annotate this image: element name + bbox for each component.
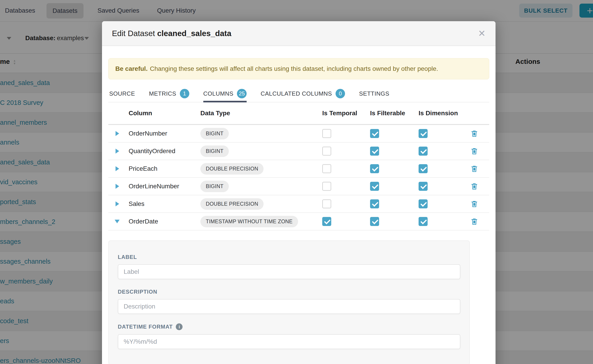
modal-title-prefix: Edit Dataset	[112, 29, 157, 38]
expand-caret-icon[interactable]	[116, 149, 119, 154]
label-input[interactable]	[118, 264, 460, 279]
is-filterable-header: Is Filterable	[370, 110, 419, 117]
data-type-pill: DOUBLE PRECISION	[200, 198, 264, 210]
is-filterable-checkbox[interactable]	[370, 199, 379, 208]
column-row-expanded: OrderDate TIMESTAMP WITHOUT TIME ZONE	[108, 213, 489, 230]
column-name: OrderDate	[129, 218, 200, 225]
datetime-format-field-label: DATETIME FORMAT i	[118, 323, 460, 330]
is-temporal-checkbox[interactable]	[322, 164, 331, 173]
tab-columns[interactable]: COLUMNS25	[203, 85, 247, 102]
is-dimension-checkbox[interactable]	[419, 217, 428, 226]
column-row: OrderNumber BIGINT	[108, 125, 489, 143]
is-temporal-checkbox[interactable]	[322, 217, 331, 226]
count-badge: 25	[237, 89, 247, 98]
tab-label: CALCULATED COLUMNS	[261, 90, 332, 97]
is-temporal-header: Is Temporal	[322, 110, 370, 117]
columns-table-header: Column Data Type Is Temporal Is Filterab…	[108, 102, 489, 125]
delete-column-icon[interactable]	[470, 130, 489, 137]
is-filterable-checkbox[interactable]	[370, 164, 379, 173]
column-name: OrderNumber	[129, 130, 200, 137]
column-name: PriceEach	[129, 165, 200, 172]
modal-body: Be careful. Changing these settings will…	[102, 46, 495, 364]
is-dimension-checkbox[interactable]	[419, 129, 428, 138]
datetime-format-label-text: DATETIME FORMAT	[118, 324, 173, 330]
delete-column-icon[interactable]	[470, 200, 489, 208]
modal-tabs: SOURCE METRICS1 COLUMNS25 CALCULATED COL…	[108, 85, 489, 102]
data-type-pill: BIGINT	[200, 128, 229, 139]
tab-label: COLUMNS	[203, 90, 234, 97]
is-dimension-checkbox[interactable]	[419, 164, 428, 173]
warning-text: Changing these settings will affect all …	[150, 65, 438, 72]
expand-caret-icon[interactable]	[116, 131, 119, 136]
datetime-format-field: DATETIME FORMAT i	[118, 323, 460, 349]
is-temporal-checkbox[interactable]	[322, 182, 331, 191]
column-header: Column	[129, 110, 200, 117]
is-filterable-checkbox[interactable]	[370, 147, 379, 156]
is-temporal-checkbox[interactable]	[322, 199, 331, 208]
description-input[interactable]	[118, 299, 460, 314]
is-dimension-checkbox[interactable]	[419, 199, 428, 208]
description-field-label: DESCRIPTION	[118, 289, 460, 295]
tab-label: METRICS	[149, 90, 176, 97]
is-temporal-checkbox[interactable]	[322, 147, 331, 156]
warning-bold-text: Be careful.	[115, 65, 148, 72]
data-type-pill: TIMESTAMP WITHOUT TIME ZONE	[200, 216, 298, 227]
edit-dataset-modal: Edit Dataset cleaned_sales_data ✕ Be car…	[102, 21, 495, 364]
is-filterable-checkbox[interactable]	[370, 217, 379, 226]
is-temporal-checkbox[interactable]	[322, 129, 331, 138]
info-icon[interactable]: i	[176, 323, 183, 330]
count-badge: 1	[180, 89, 189, 98]
delete-column-icon[interactable]	[470, 217, 489, 226]
modal-header: Edit Dataset cleaned_sales_data ✕	[102, 21, 495, 46]
tab-label: SOURCE	[109, 90, 135, 97]
delete-column-icon[interactable]	[470, 182, 489, 190]
count-badge: 0	[336, 89, 345, 98]
tab-source[interactable]: SOURCE	[109, 85, 135, 102]
column-row: PriceEach DOUBLE PRECISION	[108, 160, 489, 178]
description-field: DESCRIPTION	[118, 289, 460, 314]
label-field-label: LABEL	[118, 254, 460, 260]
tab-settings[interactable]: SETTINGS	[359, 85, 389, 102]
delete-column-icon[interactable]	[470, 165, 489, 173]
datetime-format-input[interactable]	[118, 334, 460, 349]
warning-banner: Be careful. Changing these settings will…	[108, 58, 489, 79]
is-dimension-checkbox[interactable]	[419, 147, 428, 156]
is-filterable-checkbox[interactable]	[370, 129, 379, 138]
data-type-pill: BIGINT	[200, 181, 229, 192]
modal-title: Edit Dataset cleaned_sales_data	[112, 29, 231, 38]
data-type-pill: BIGINT	[200, 145, 229, 157]
column-row: QuantityOrdered BIGINT	[108, 143, 489, 160]
is-filterable-checkbox[interactable]	[370, 182, 379, 191]
column-name: Sales	[129, 200, 200, 208]
expand-caret-icon[interactable]	[116, 202, 119, 206]
close-icon[interactable]: ✕	[478, 29, 486, 38]
tab-calculated-columns[interactable]: CALCULATED COLUMNS0	[261, 85, 345, 102]
label-field: LABEL	[118, 254, 460, 279]
is-dimension-checkbox[interactable]	[419, 182, 428, 191]
tab-metrics[interactable]: METRICS1	[149, 85, 189, 102]
column-name: QuantityOrdered	[129, 148, 200, 155]
data-type-header: Data Type	[200, 110, 322, 117]
column-row: Sales DOUBLE PRECISION	[108, 195, 489, 213]
delete-column-icon[interactable]	[470, 147, 489, 155]
is-dimension-header: Is Dimension	[419, 110, 470, 117]
column-row: OrderLineNumber BIGINT	[108, 178, 489, 195]
column-editor-panel: LABEL DESCRIPTION DATETIME FORMAT i	[108, 240, 470, 364]
dataset-name: cleaned_sales_data	[157, 29, 231, 38]
column-name: OrderLineNumber	[129, 183, 200, 190]
collapse-caret-icon[interactable]	[115, 220, 120, 223]
data-type-pill: DOUBLE PRECISION	[200, 163, 264, 175]
tab-label: SETTINGS	[359, 90, 389, 97]
expand-caret-icon[interactable]	[116, 166, 119, 171]
expand-caret-icon[interactable]	[116, 184, 119, 189]
